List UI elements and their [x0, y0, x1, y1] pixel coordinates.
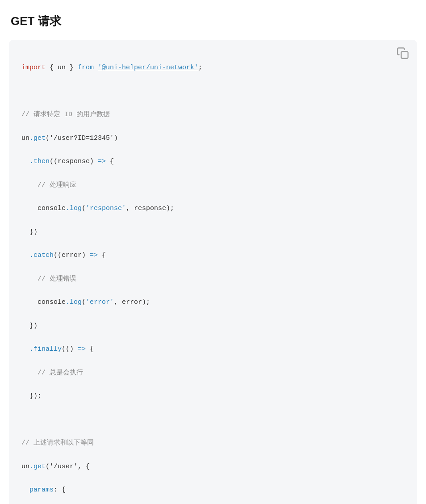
code-line: .catch((error) => { — [21, 250, 405, 261]
svg-rect-0 — [401, 52, 408, 59]
code-line: params: { — [21, 484, 405, 496]
code-line: un.get('/user?ID=12345') — [21, 133, 405, 144]
code-content: import { un } from '@uni-helper/uni-netw… — [21, 50, 405, 504]
code-line: // 请求特定 ID 的用户数据 — [21, 109, 405, 121]
code-line: .then((response) => { — [21, 156, 405, 168]
copy-button[interactable] — [397, 47, 409, 59]
code-line — [21, 86, 405, 97]
code-line: import { un } from '@uni-helper/uni-netw… — [21, 62, 405, 74]
code-line: // 处理错误 — [21, 273, 405, 285]
code-line: }) — [21, 320, 405, 332]
code-line: // 总是会执行 — [21, 367, 405, 379]
code-line: console.log('response', response); — [21, 203, 405, 214]
code-line: un.get('/user', { — [21, 461, 405, 473]
code-line: }) — [21, 227, 405, 238]
code-line: // 上述请求和以下等同 — [21, 437, 405, 449]
code-line: .finally(() => { — [21, 344, 405, 355]
code-line: // 处理响应 — [21, 180, 405, 191]
code-line: console.log('error', error); — [21, 297, 405, 308]
code-block: import { un } from '@uni-helper/uni-netw… — [9, 40, 417, 504]
code-line: }); — [21, 391, 405, 402]
code-line — [21, 414, 405, 426]
page-title: GET 请求 — [9, 13, 417, 29]
